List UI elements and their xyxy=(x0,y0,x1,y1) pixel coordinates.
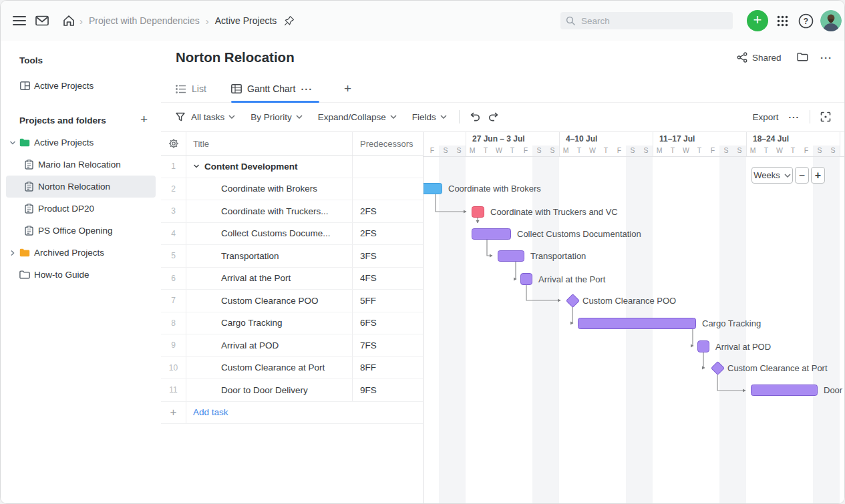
create-new-button[interactable]: + xyxy=(747,10,768,31)
column-header-predecessors[interactable]: Predecessors xyxy=(353,132,423,155)
table-row-custom-clearance-at-port[interactable]: 10Custom Clearance at Port8FF xyxy=(161,357,423,380)
predecessor-value[interactable]: 5FF xyxy=(353,290,423,312)
table-row-door-to-door-delivery[interactable]: 11Door to Door Delivery9FS xyxy=(161,379,423,402)
search-input[interactable] xyxy=(580,15,716,27)
sidebar-item-ps-office-opening[interactable]: PS Office Opening xyxy=(6,220,156,242)
user-avatar[interactable] xyxy=(820,10,842,31)
table-row-cargo-tracking[interactable]: 8Cargo Tracking6FS xyxy=(161,312,423,335)
task-title-cell[interactable]: Collect Customs Docume... xyxy=(186,223,353,245)
table-row-collect-customs-docume[interactable]: 4Collect Customs Docume...2FS xyxy=(161,223,423,246)
table-row-transportation[interactable]: 5Transportation3FS xyxy=(161,245,423,268)
gantt-bar-cargo-tracking[interactable] xyxy=(578,318,696,329)
collapse-group-icon[interactable] xyxy=(193,163,200,170)
filter-dropdown[interactable]: All tasks xyxy=(191,112,235,122)
predecessor-value[interactable]: 3FS xyxy=(353,245,423,267)
home-icon[interactable] xyxy=(62,1,75,41)
predecessor-value[interactable] xyxy=(353,178,423,200)
table-settings-gear-icon[interactable] xyxy=(161,132,186,155)
table-row-coordinate-with-truckers[interactable]: 3Coordinate with Truckers...2FS xyxy=(161,200,423,223)
task-title-cell[interactable]: Arrival at POD xyxy=(186,334,353,356)
task-title-cell[interactable]: Cargo Tracking xyxy=(186,312,353,334)
group-by-dropdown[interactable]: By Priority xyxy=(250,112,303,122)
gantt-milestone-custom-clearance-poo[interactable] xyxy=(565,293,579,307)
table-row-custom-clearance-poo[interactable]: 7Custom Clearance POO5FF xyxy=(161,290,423,312)
project-folder-icon[interactable] xyxy=(797,52,808,61)
table-row-arrival-at-the-port[interactable]: 6Arrival at the Port4FS xyxy=(161,268,423,290)
zoom-in-button[interactable]: + xyxy=(811,167,825,184)
gantt-bar-collect-customs-documentation[interactable] xyxy=(472,228,511,240)
predecessor-value[interactable]: 2FS xyxy=(353,200,423,222)
task-title-cell[interactable]: Arrival at the Port xyxy=(186,268,353,290)
task-title: Custom Clearance at Port xyxy=(221,362,325,372)
filter-icon[interactable] xyxy=(176,112,185,121)
task-title-cell[interactable]: Coordinate with Truckers... xyxy=(186,200,353,222)
task-title-cell[interactable]: Custom Clearance POO xyxy=(186,290,353,312)
undo-button[interactable] xyxy=(469,112,481,121)
predecessor-value[interactable]: 6FS xyxy=(353,312,423,334)
sidebar-item-active-projects-tool[interactable]: Active Projects xyxy=(6,75,156,95)
timeline-day-letter: T xyxy=(666,146,679,156)
fullscreen-icon[interactable] xyxy=(820,111,831,122)
export-button[interactable]: Export xyxy=(752,112,778,122)
predecessor-value[interactable]: 7FS xyxy=(353,334,423,356)
row-number: 11 xyxy=(161,379,186,401)
add-task-empty-cell xyxy=(353,402,423,424)
predecessor-value[interactable]: 9FS xyxy=(353,379,423,401)
row-number: 6 xyxy=(161,268,186,290)
gantt-bar-coordinate-with-truckers-and-vc[interactable] xyxy=(472,206,484,218)
task-title-cell[interactable]: Custom Clearance at Port xyxy=(186,357,353,379)
predecessor-value[interactable]: 4FS xyxy=(353,268,423,290)
task-title-cell[interactable]: Content Development xyxy=(186,156,353,178)
predecessor-value[interactable]: 8FF xyxy=(353,357,423,379)
help-icon[interactable]: ? xyxy=(798,1,814,41)
chevron-down-icon[interactable] xyxy=(7,140,18,146)
column-header-title[interactable]: Title xyxy=(186,132,353,155)
toolbar-more-menu[interactable]: ··· xyxy=(789,112,800,122)
search-box[interactable] xyxy=(560,12,733,29)
task-title-cell[interactable]: Door to Door Delivery xyxy=(186,379,353,401)
sidebar-item-mario-ian-relocation[interactable]: Mario Ian Relocation xyxy=(6,154,156,176)
table-row-arrival-at-pod[interactable]: 9Arrival at POD7FS xyxy=(161,334,423,357)
breadcrumb-parent[interactable]: Project with Dependencies xyxy=(89,15,200,26)
task-title-cell[interactable]: Coordinate with Brokers xyxy=(186,178,353,200)
tab-list[interactable]: List xyxy=(176,75,206,102)
add-task-row[interactable]: + Add task xyxy=(161,402,423,425)
sidebar-item-archived-projects[interactable]: Archived Projects xyxy=(6,242,156,264)
expand-collapse-dropdown[interactable]: Expand/Collapse xyxy=(318,112,397,122)
row-number: 4 xyxy=(161,223,186,245)
fields-dropdown[interactable]: Fields xyxy=(412,112,447,122)
timeline-day-letter: W xyxy=(492,146,506,156)
table-row-content-development[interactable]: 1Content Development xyxy=(161,156,423,178)
mail-icon[interactable] xyxy=(35,1,49,41)
task-title-cell[interactable]: Transportation xyxy=(186,245,353,267)
timeline-day-letter: T xyxy=(572,146,586,156)
gantt-bar-arrival-at-pod[interactable] xyxy=(697,340,709,352)
project-more-menu[interactable]: ··· xyxy=(820,52,832,63)
apps-grid-icon[interactable] xyxy=(777,1,788,41)
gantt-bar-coordinate-with-brokers[interactable] xyxy=(423,183,442,194)
gantt-bar-arrival-at-the-port[interactable] xyxy=(520,273,532,285)
predecessor-value[interactable]: 2FS xyxy=(353,223,423,245)
predecessor-value[interactable] xyxy=(353,156,423,178)
shared-button[interactable]: Shared xyxy=(737,52,782,63)
sidebar-item-norton-relocation[interactable]: Norton Relocation xyxy=(6,176,156,198)
breadcrumb-current[interactable]: Active Projects xyxy=(215,15,277,26)
pin-icon[interactable] xyxy=(284,15,295,26)
sidebar-item-active-projects[interactable]: Active Projects xyxy=(6,132,156,154)
redo-button[interactable] xyxy=(488,112,500,121)
tab-options-menu[interactable]: ··· xyxy=(301,83,313,95)
zoom-unit-dropdown[interactable]: Weeks xyxy=(751,167,793,184)
sidebar-item-how-to-guide[interactable]: How-to Guide xyxy=(6,264,156,286)
table-row-coordinate-with-brokers[interactable]: 2Coordinate with Brokers xyxy=(161,178,423,201)
sidebar-item-product-dp20[interactable]: Product DP20 xyxy=(6,198,156,220)
hamburger-menu-icon[interactable] xyxy=(13,1,26,41)
gantt-bar-door-to-door-delivery[interactable] xyxy=(751,385,818,396)
toolbar-divider xyxy=(810,110,810,123)
timeline-header: 27 Jun – 3 Jul4–10 Jul11–17 Jul18–24 Jul… xyxy=(424,132,844,157)
gantt-bar-transportation[interactable] xyxy=(498,250,524,262)
chevron-right-icon[interactable] xyxy=(7,250,18,256)
add-project-icon[interactable]: + xyxy=(140,114,148,125)
tab-gantt-chart[interactable]: Gantt Chart ··· xyxy=(231,75,313,102)
add-view-button[interactable]: + xyxy=(344,75,351,102)
zoom-out-button[interactable]: − xyxy=(795,167,809,184)
